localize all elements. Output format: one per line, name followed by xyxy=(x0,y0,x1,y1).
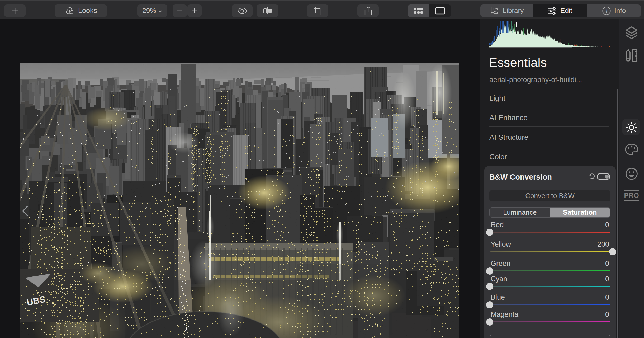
svg-text:i: i xyxy=(606,8,607,14)
